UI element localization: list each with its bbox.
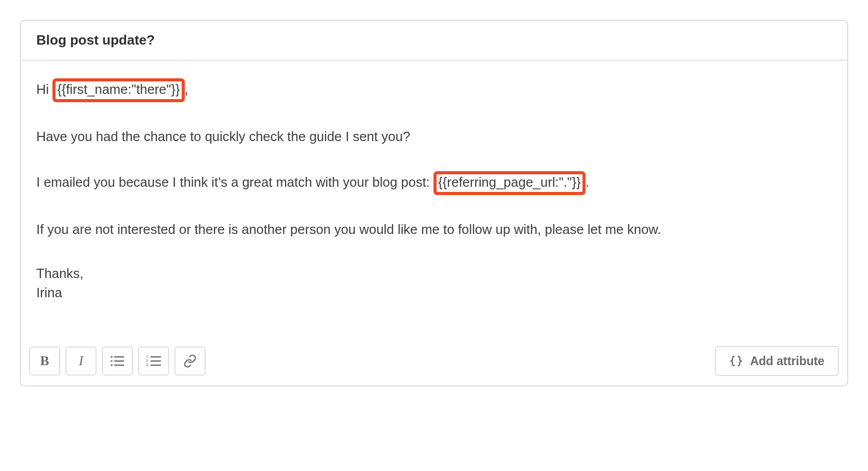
add-attribute-button[interactable]: Add attribute [715,346,839,376]
attribute-token-first-name[interactable]: {{first_name:"there"}} [52,78,184,102]
svg-point-4 [111,364,113,366]
bold-button[interactable]: B [29,347,60,376]
p3-prefix: I emailed you because I think it’s a gre… [36,175,433,189]
subject-text: Blog post update? [36,32,155,48]
italic-icon: I [79,353,84,369]
signoff-text: Thanks, [36,266,84,281]
subject-row[interactable]: Blog post update? [21,21,847,61]
body-paragraph-greeting: Hi {{first_name:"there"}}, [36,78,832,102]
email-body[interactable]: Hi {{first_name:"there"}}, Have you had … [21,61,847,341]
bullet-list-button[interactable] [102,347,133,376]
body-paragraph-2: Have you had the chance to quickly check… [36,127,832,146]
p3-suffix: . [586,175,589,189]
svg-point-0 [111,356,113,358]
add-attribute-label: Add attribute [750,354,824,368]
body-paragraph-4: If you are not interested or there is an… [36,220,832,239]
bold-icon: B [40,353,49,369]
greeting-suffix: , [185,82,188,96]
link-icon [183,354,197,368]
signature-name: Irina [36,285,62,300]
editor-toolbar: B I 1 2 3 [21,341,847,385]
svg-point-2 [111,360,113,362]
numbered-list-button[interactable]: 1 2 3 [138,347,169,376]
greeting-prefix: Hi [36,82,52,96]
email-editor: Blog post update? Hi {{first_name:"there… [20,20,848,386]
link-button[interactable] [174,347,206,376]
svg-text:3: 3 [146,363,148,367]
braces-icon [729,355,743,367]
italic-button[interactable]: I [65,347,97,376]
body-signoff: Thanks, Irina [36,264,832,302]
attribute-token-referring-url[interactable]: {{referring_page_url:"."}} [433,171,586,195]
body-paragraph-3: I emailed you because I think it’s a gre… [36,171,832,195]
numbered-list-icon: 1 2 3 [146,355,161,367]
bullet-list-icon [110,355,125,367]
